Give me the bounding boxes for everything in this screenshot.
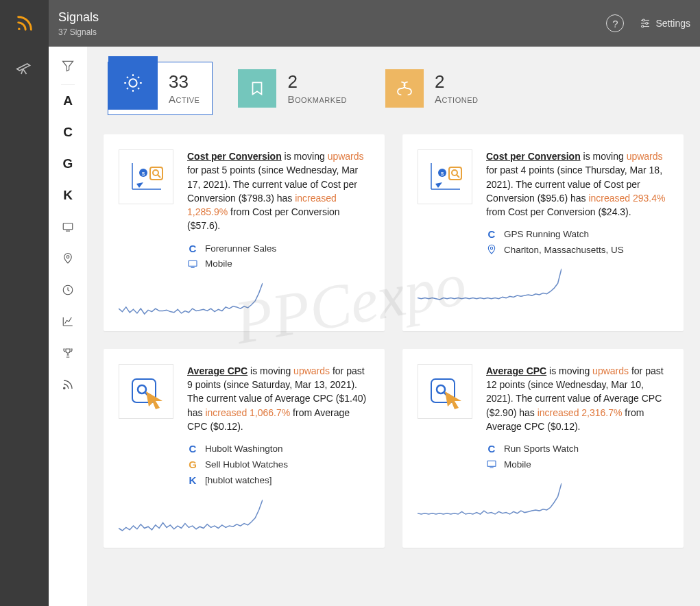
settings-label: Settings — [655, 18, 690, 29]
filter-rss-icon[interactable] — [49, 369, 87, 400]
svg-rect-36 — [487, 461, 496, 467]
filter-trend-icon[interactable] — [49, 306, 87, 337]
sparkline-chart — [418, 482, 667, 523]
page-subtitle: 37 Signals — [58, 27, 99, 37]
svg-point-11 — [64, 387, 65, 389]
filter-sidebar: A C G K — [49, 47, 87, 606]
meta-row: Mobile — [187, 258, 368, 269]
svg-rect-17 — [150, 167, 162, 180]
card-thumb: $ — [418, 149, 472, 204]
metric-name: Average CPC — [187, 365, 248, 376]
svg-rect-26 — [449, 167, 461, 180]
direction-word: upwards — [328, 151, 364, 162]
sparkline-chart — [119, 498, 368, 540]
rail-telescope-icon[interactable] — [0, 47, 49, 88]
svg-point-31 — [138, 385, 146, 393]
meta-text: Sell Hublot Watches — [205, 459, 288, 470]
signal-card[interactable]: Average CPC is moving upwards for past 9… — [104, 349, 385, 548]
svg-point-2 — [643, 19, 645, 21]
svg-line-28 — [457, 175, 459, 178]
meta-text: Run Sports Watch — [504, 444, 579, 454]
stat-active-label: Active — [169, 93, 200, 105]
filter-letter-K[interactable]: K — [49, 180, 87, 211]
svg-point-4 — [646, 23, 648, 25]
card-meta: CForerunner SalesMobile — [187, 243, 368, 269]
location-icon — [486, 244, 497, 255]
card-meta: CHubolt WashingtonGSell Hublot WatchesK[… — [187, 443, 368, 486]
svg-point-27 — [452, 170, 457, 175]
meta-row: CRun Sports Watch — [486, 443, 667, 454]
meta-row: Mobile — [486, 459, 667, 470]
svg-rect-20 — [189, 260, 197, 266]
topbar: Signals 37 Signals ? Settings — [49, 0, 700, 47]
settings-icon — [639, 17, 651, 29]
card-thumb — [119, 364, 173, 419]
tag-C: C — [486, 228, 497, 240]
card-meta: CGPS Running WatchCharlton, Massachusett… — [486, 228, 667, 255]
svg-rect-7 — [63, 223, 73, 230]
meta-text: Charlton, Massachusetts, US — [504, 245, 624, 255]
stat-active[interactable]: 33 Active — [108, 62, 213, 115]
device-icon — [486, 459, 497, 470]
app-logo — [15, 0, 34, 47]
main-content: 33 Active 2 Bookmarked — [87, 47, 700, 606]
tag-C: C — [486, 443, 497, 454]
sparkline-chart — [418, 267, 667, 308]
svg-line-19 — [158, 175, 160, 178]
meta-row: Charlton, Massachusetts, US — [486, 244, 667, 255]
stat-active-count: 33 — [169, 73, 200, 90]
signal-card[interactable]: $Cost per Conversion is moving upwards f… — [402, 134, 684, 331]
svg-point-9 — [67, 256, 69, 258]
card-description: Average CPC is moving upwards for past 9… — [187, 364, 368, 433]
meta-row: CHubolt Washington — [187, 443, 368, 454]
filter-funnel-button[interactable] — [61, 47, 75, 85]
increase-word: increased 2,316.7% — [538, 407, 623, 418]
card-description: Cost per Conversion is moving upwards fo… — [187, 149, 368, 233]
settings-button[interactable]: Settings — [639, 17, 690, 29]
direction-word: upwards — [592, 365, 629, 376]
meta-text: Mobile — [504, 459, 531, 470]
card-thumb: $ — [119, 149, 173, 204]
stat-bookmarked-count: 2 — [287, 73, 347, 90]
increase-word: increased 293.4% — [588, 193, 665, 204]
card-description: Average CPC is moving upwards for past 1… — [486, 364, 667, 433]
stat-bookmarked[interactable]: 2 Bookmarked — [237, 62, 360, 115]
stat-bookmarked-label: Bookmarked — [287, 93, 347, 105]
actioned-icon — [385, 69, 424, 108]
increase-word: increased 1,066.7% — [205, 407, 290, 418]
filter-time-icon[interactable] — [49, 274, 87, 306]
device-icon — [187, 258, 198, 269]
sparkline-chart — [119, 282, 368, 323]
signal-card[interactable]: $Cost per Conversion is moving upwards f… — [104, 134, 385, 331]
filter-letter-C[interactable]: C — [49, 117, 87, 148]
filter-letter-G[interactable]: G — [49, 148, 87, 180]
metric-name: Cost per Conversion — [187, 151, 282, 162]
card-description: Cost per Conversion is moving upwards fo… — [486, 149, 667, 219]
svg-point-18 — [153, 170, 158, 175]
stat-actioned[interactable]: 2 Actioned — [385, 62, 492, 115]
meta-row: CGPS Running Watch — [486, 228, 667, 240]
filter-device-icon[interactable] — [49, 211, 87, 243]
tag-C: C — [187, 243, 198, 254]
meta-row: GSell Hublot Watches — [187, 459, 368, 470]
tag-C: C — [187, 443, 198, 454]
cards-grid: $Cost per Conversion is moving upwards f… — [104, 134, 684, 548]
svg-point-6 — [642, 25, 644, 27]
meta-text: [hublot watches] — [205, 475, 272, 485]
meta-row: CForerunner Sales — [187, 243, 368, 254]
svg-text:$: $ — [441, 171, 444, 177]
direction-word: upwards — [627, 151, 663, 162]
metric-name: Cost per Conversion — [486, 151, 581, 162]
meta-text: Hubolt Washington — [205, 444, 283, 454]
page-title: Signals — [58, 10, 99, 25]
filter-trophy-icon[interactable] — [49, 337, 87, 369]
filter-letter-A[interactable]: A — [49, 85, 87, 117]
stat-actioned-label: Actioned — [435, 93, 479, 105]
bookmark-icon — [238, 69, 276, 108]
filter-location-icon[interactable] — [49, 243, 87, 274]
signal-card[interactable]: Average CPC is moving upwards for past 1… — [402, 349, 684, 548]
left-rail — [0, 0, 49, 606]
help-icon[interactable]: ? — [606, 14, 624, 32]
svg-point-0 — [18, 27, 21, 30]
direction-word: upwards — [293, 365, 330, 376]
